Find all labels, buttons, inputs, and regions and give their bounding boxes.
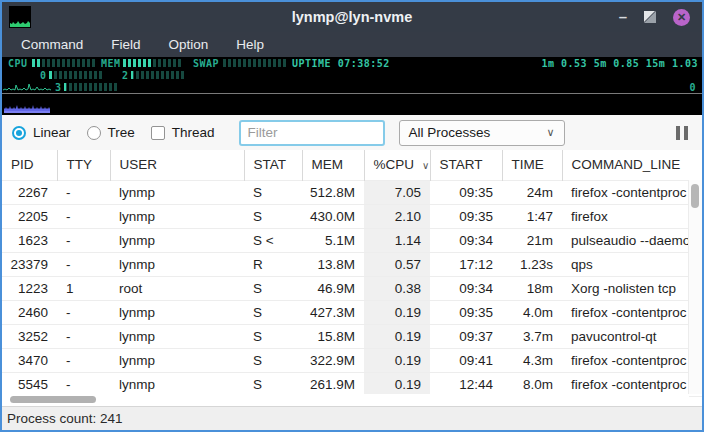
menubar: Command Field Option Help (2, 32, 702, 57)
statusbar: Process count: 241 (2, 406, 702, 430)
window-title: lynmp@lyn-nvme (2, 9, 702, 25)
table-row[interactable]: 3252 - lynmp S 15.8M 0.19 09:37 3.7m pav… (2, 324, 702, 348)
process-filter-value: All Processes (409, 125, 491, 140)
cell-cpu: 1.14 (364, 228, 430, 252)
toolbar: Linear Tree Thread All Processes ∨ (2, 115, 702, 150)
minimize-button[interactable]: – (619, 12, 627, 22)
col-header-cpu[interactable]: %CPU∨ (364, 150, 430, 180)
cell-mem: 427.3M (302, 300, 364, 324)
table-row[interactable]: 1223 1 root S 46.9M 0.38 09:34 18m Xorg … (2, 276, 702, 300)
linear-radio-label: Linear (33, 125, 71, 140)
close-icon: ✕ (677, 11, 686, 24)
load-average-display: 1m 0.53 5m 0.85 15m 1.03 (542, 58, 699, 69)
system-monitor-panel[interactable]: CPU MEM SWAP UPTIME 07:38:52 1m 0.53 5m … (2, 57, 702, 93)
cell-time: 4.3m (502, 348, 562, 372)
table-row[interactable]: 2460 - lynmp S 427.3M 0.19 09:35 4.0m fi… (2, 300, 702, 324)
col-header-pid[interactable]: PID (2, 150, 57, 180)
menu-field[interactable]: Field (98, 34, 153, 55)
cell-user: lynmp (110, 252, 244, 276)
col-header-mem[interactable]: MEM (302, 150, 364, 180)
cell-start: 09:35 (430, 180, 502, 204)
cell-cmd: pulseaudio --daemon (562, 228, 702, 252)
thread-checkbox-icon[interactable] (151, 126, 165, 140)
cell-start: 17:12 (430, 252, 502, 276)
linear-radio-icon[interactable] (12, 126, 26, 140)
vertical-scrollbar[interactable] (688, 180, 702, 394)
core0-meter (49, 71, 103, 79)
process-count: Process count: 241 (7, 411, 123, 426)
cell-tty: 1 (57, 276, 110, 300)
monitor-row-1: CPU MEM SWAP UPTIME 07:38:52 1m 0.53 5m … (2, 57, 702, 69)
load-histogram (4, 103, 50, 113)
cell-cmd: qps (562, 252, 702, 276)
table-row[interactable]: 23379 - lynmp R 13.8M 0.57 17:12 1.23s q… (2, 252, 702, 276)
load-graph-strip[interactable] (2, 93, 702, 115)
cell-tty: - (57, 252, 110, 276)
cell-cpu: 0.19 (364, 372, 430, 396)
monitor-row-2: 0 2 (2, 69, 702, 81)
cell-cpu: 0.19 (364, 348, 430, 372)
mem-meter (123, 59, 181, 67)
cell-mem: 430.0M (302, 204, 364, 228)
col-header-start[interactable]: START (430, 150, 502, 180)
horizontal-scrollbar-thumb[interactable] (10, 396, 96, 403)
thread-toggle[interactable]: Thread (151, 125, 215, 140)
cell-user: lynmp (110, 300, 244, 324)
table-row[interactable]: 3470 - lynmp S 322.9M 0.19 09:41 4.3m fi… (2, 348, 702, 372)
cpu-meter (32, 59, 96, 67)
col-header-tty[interactable]: TTY (57, 150, 110, 180)
horizontal-scrollbar[interactable] (2, 394, 689, 406)
tree-radio-icon[interactable] (87, 126, 101, 140)
cell-start: 09:34 (430, 276, 502, 300)
cell-time: 1:47 (502, 204, 562, 228)
vertical-scrollbar-thumb[interactable] (691, 184, 699, 208)
table-row[interactable]: 5545 - lynmp S 261.9M 0.19 12:44 8.0m fi… (2, 372, 702, 396)
col-header-user[interactable]: USER (110, 150, 244, 180)
menu-command[interactable]: Command (8, 34, 96, 55)
table-row[interactable]: 1623 - lynmp S < 5.1M 1.14 09:34 21m pul… (2, 228, 702, 252)
table-row[interactable]: 2205 - lynmp S 430.0M 2.10 09:35 1:47 fi… (2, 204, 702, 228)
cpu-meter-label: CPU (8, 58, 28, 69)
col-header-time[interactable]: TIME (502, 150, 562, 180)
cell-cpu: 0.57 (364, 252, 430, 276)
cell-mem: 261.9M (302, 372, 364, 396)
app-window: lynmp@lyn-nvme – ✕ Command Field Option … (0, 0, 704, 432)
core2-label: 2 (122, 70, 129, 81)
view-mode-linear[interactable]: Linear (12, 125, 71, 140)
cell-cpu: 7.05 (364, 180, 430, 204)
mem-meter-label: MEM (101, 58, 121, 69)
chevron-down-icon: ∨ (547, 126, 555, 139)
titlebar: lynmp@lyn-nvme – ✕ (2, 2, 702, 32)
cell-time: 24m (502, 180, 562, 204)
col-header-stat[interactable]: STAT (244, 150, 302, 180)
cell-stat: S (244, 372, 302, 396)
cell-user: lynmp (110, 348, 244, 372)
col-header-command-line[interactable]: COMMAND_LINE (562, 150, 702, 180)
cell-user: lynmp (110, 228, 244, 252)
cell-stat: S (244, 300, 302, 324)
cell-cmd: firefox (562, 204, 702, 228)
cell-cmd: firefox -contentproc (562, 372, 702, 396)
table-row[interactable]: 2267 - lynmp S 512.8M 7.05 09:35 24m fir… (2, 180, 702, 204)
cell-mem: 46.9M (302, 276, 364, 300)
view-mode-tree[interactable]: Tree (87, 125, 135, 140)
table-header-row: PID TTY USER STAT MEM %CPU∨ START TIME C… (2, 150, 702, 180)
window-controls: – ✕ (619, 9, 702, 26)
cell-tty: - (57, 204, 110, 228)
cell-mem: 322.9M (302, 348, 364, 372)
filter-input[interactable] (239, 120, 385, 146)
pause-button[interactable] (672, 122, 692, 144)
menu-option[interactable]: Option (156, 34, 222, 55)
restore-button[interactable] (644, 11, 656, 23)
menu-help[interactable]: Help (223, 34, 277, 55)
cell-time: 18m (502, 276, 562, 300)
close-button[interactable]: ✕ (673, 9, 690, 26)
cell-stat: S (244, 276, 302, 300)
cell-user: lynmp (110, 204, 244, 228)
cell-pid: 2205 (2, 204, 57, 228)
cell-cmd: Xorg -nolisten tcp (562, 276, 702, 300)
cell-user: lynmp (110, 372, 244, 396)
cell-tty: - (57, 348, 110, 372)
process-filter-dropdown[interactable]: All Processes ∨ (399, 120, 565, 146)
cell-cpu: 2.10 (364, 204, 430, 228)
